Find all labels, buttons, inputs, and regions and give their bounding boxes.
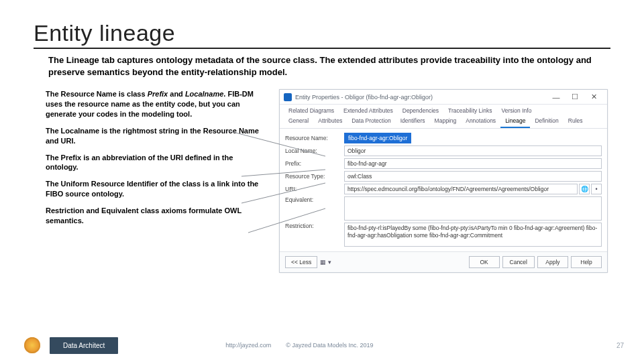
input-restriction[interactable]: fibo-fnd-pty-rl:isPlayedBy some (fibo-fn… [344,223,602,247]
globe-icon[interactable]: 🌐 [579,184,590,194]
label-uri: URI: [285,186,344,192]
para-localname: The Localname is the rightmost string in… [46,126,267,146]
cancel-button[interactable]: Cancel [502,256,535,268]
para-resource-name: The Resource Name is class Prefix and Lo… [46,89,267,119]
para-prefix: The Prefix is an abbreviation of the URI… [46,153,267,173]
tab-traceability-links[interactable]: Traceability Links [443,106,496,115]
label-local-name: Local Name: [285,147,344,154]
input-uri[interactable]: https://spec.edmcouncil.org/fibo/ontolog… [344,184,578,194]
tab-general[interactable]: General [284,115,313,128]
tab-mapping[interactable]: Mapping [430,115,462,128]
entity-icon [284,93,292,101]
clear-icon[interactable]: • [591,184,602,194]
footer-copyright: © Jayzed Data Models Inc. 2019 [286,342,373,349]
input-local-name[interactable]: Obligor [344,145,602,156]
tab-annotations[interactable]: Annotations [461,115,500,128]
tab-definition[interactable]: Definition [530,115,563,128]
tab-data-protection[interactable]: Data Protection [347,115,396,128]
page-number: 27 [616,342,624,349]
label-resource-name: Resource Name: [285,135,344,141]
dialog-title: Entity Properties - Obligor (fibo-fnd-ag… [295,94,547,101]
entity-properties-dialog: Entity Properties - Obligor (fibo-fnd-ag… [279,89,608,273]
minimize-button[interactable]: — [547,93,566,101]
input-prefix[interactable]: fibo-fnd-agr-agr [344,158,602,169]
label-restriction: Restriction: [285,223,344,229]
dialog-footer: << Less ▦ ▾ OK Cancel Apply Help [280,251,607,272]
tab-lineage[interactable]: Lineage [500,115,530,128]
tabs-row-top: Related Diagrams Extended Attributes Dep… [280,105,607,115]
label-prefix: Prefix: [285,160,344,167]
help-button[interactable]: Help [571,256,602,268]
tab-related-diagrams[interactable]: Related Diagrams [284,106,339,115]
input-equivalent[interactable] [344,196,602,221]
ok-button[interactable]: OK [469,256,500,268]
tab-dependencies[interactable]: Dependencies [398,106,443,115]
footer-link[interactable]: http://jayzed.com [225,342,271,349]
slide-footer: Data Architect http://jayzed.com © Jayze… [0,328,644,362]
label-resource-type: Resource Type: [285,173,344,180]
explanations-column: The Resource Name is class Prefix and Lo… [46,89,267,273]
close-button[interactable]: ✕ [584,93,603,101]
label-equivalent: Equivalent: [285,196,344,203]
para-uri: The Uniform Resource Identifier of the c… [46,179,267,199]
tab-version-info[interactable]: Version Info [496,106,536,115]
input-resource-name[interactable]: fibo-fnd-agr-agr:Obligor [344,133,411,143]
dialog-titlebar: Entity Properties - Obligor (fibo-fnd-ag… [280,90,607,105]
input-resource-type[interactable]: owl:Class [344,171,602,182]
tab-identifiers[interactable]: Identifiers [396,115,430,128]
tab-extended-attributes[interactable]: Extended Attributes [339,106,398,115]
role-label: Data Architect [50,337,118,354]
subtitle-text: The Lineage tab captures ontology metada… [34,54,610,78]
less-button[interactable]: << Less [285,256,317,268]
page-title: Entity lineage [34,20,610,49]
para-restriction: Restriction and Equivalent class axioms … [46,206,267,226]
maximize-button[interactable]: ☐ [566,93,584,101]
tab-attributes[interactable]: Attributes [313,115,347,128]
lineage-form: Resource Name: fibo-fnd-agr-agr:Obligor … [280,129,607,251]
tabs-row-bottom: General Attributes Data Protection Ident… [280,115,607,129]
footer-dropdown-icon[interactable]: ▦ ▾ [320,259,331,265]
badge-icon [24,337,40,353]
apply-button[interactable]: Apply [537,256,568,268]
tab-rules[interactable]: Rules [564,115,588,128]
